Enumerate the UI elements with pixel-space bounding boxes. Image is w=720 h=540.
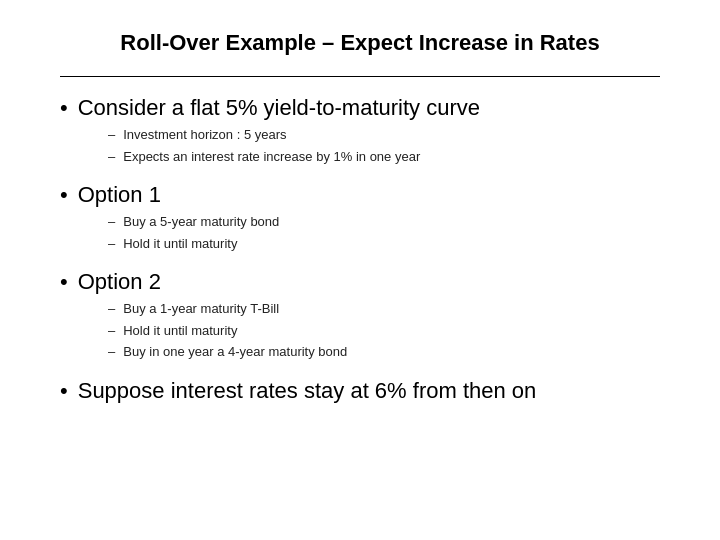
sub-item: –Expects an interest rate increase by 1%… xyxy=(108,147,660,167)
bullet-main-option2: •Option 2 xyxy=(60,269,660,295)
sub-text: Buy a 1-year maturity T-Bill xyxy=(123,299,279,319)
sub-dash-icon: – xyxy=(108,323,115,338)
sub-text: Hold it until maturity xyxy=(123,234,237,254)
sub-item: –Hold it until maturity xyxy=(108,321,660,341)
sub-item: –Buy in one year a 4-year maturity bond xyxy=(108,342,660,362)
bullet-section-option1: •Option 1–Buy a 5-year maturity bond–Hol… xyxy=(60,182,660,253)
sub-text: Buy in one year a 4-year maturity bond xyxy=(123,342,347,362)
bullet-section-consider: •Consider a flat 5% yield-to-maturity cu… xyxy=(60,95,660,166)
sub-dash-icon: – xyxy=(108,214,115,229)
bullet-section-suppose: •Suppose interest rates stay at 6% from … xyxy=(60,378,660,404)
sub-text: Investment horizon : 5 years xyxy=(123,125,286,145)
title-divider xyxy=(60,76,660,77)
bullet-dot-suppose: • xyxy=(60,380,68,402)
sub-dash-icon: – xyxy=(108,127,115,142)
slide: Roll-Over Example – Expect Increase in R… xyxy=(0,0,720,540)
bullet-main-text-option1: Option 1 xyxy=(78,182,161,208)
bullet-main-consider: •Consider a flat 5% yield-to-maturity cu… xyxy=(60,95,660,121)
sub-item: –Buy a 1-year maturity T-Bill xyxy=(108,299,660,319)
bullet-main-text-consider: Consider a flat 5% yield-to-maturity cur… xyxy=(78,95,480,121)
bullet-main-suppose: •Suppose interest rates stay at 6% from … xyxy=(60,378,660,404)
sub-item: –Buy a 5-year maturity bond xyxy=(108,212,660,232)
slide-title: Roll-Over Example – Expect Increase in R… xyxy=(60,30,660,66)
sub-items-consider: –Investment horizon : 5 years–Expects an… xyxy=(108,125,660,166)
sub-dash-icon: – xyxy=(108,236,115,251)
bullet-section-option2: •Option 2–Buy a 1-year maturity T-Bill–H… xyxy=(60,269,660,362)
sub-dash-icon: – xyxy=(108,149,115,164)
bullet-main-text-option2: Option 2 xyxy=(78,269,161,295)
sub-item: –Investment horizon : 5 years xyxy=(108,125,660,145)
content-area: •Consider a flat 5% yield-to-maturity cu… xyxy=(60,95,660,404)
bullet-dot-option1: • xyxy=(60,184,68,206)
sub-item: –Hold it until maturity xyxy=(108,234,660,254)
sub-dash-icon: – xyxy=(108,344,115,359)
sub-text: Expects an interest rate increase by 1% … xyxy=(123,147,420,167)
bullet-main-text-suppose: Suppose interest rates stay at 6% from t… xyxy=(78,378,537,404)
sub-items-option1: –Buy a 5-year maturity bond–Hold it unti… xyxy=(108,212,660,253)
sub-text: Hold it until maturity xyxy=(123,321,237,341)
sub-dash-icon: – xyxy=(108,301,115,316)
bullet-dot-consider: • xyxy=(60,97,68,119)
sub-text: Buy a 5-year maturity bond xyxy=(123,212,279,232)
sub-items-option2: –Buy a 1-year maturity T-Bill–Hold it un… xyxy=(108,299,660,362)
bullet-dot-option2: • xyxy=(60,271,68,293)
bullet-main-option1: •Option 1 xyxy=(60,182,660,208)
